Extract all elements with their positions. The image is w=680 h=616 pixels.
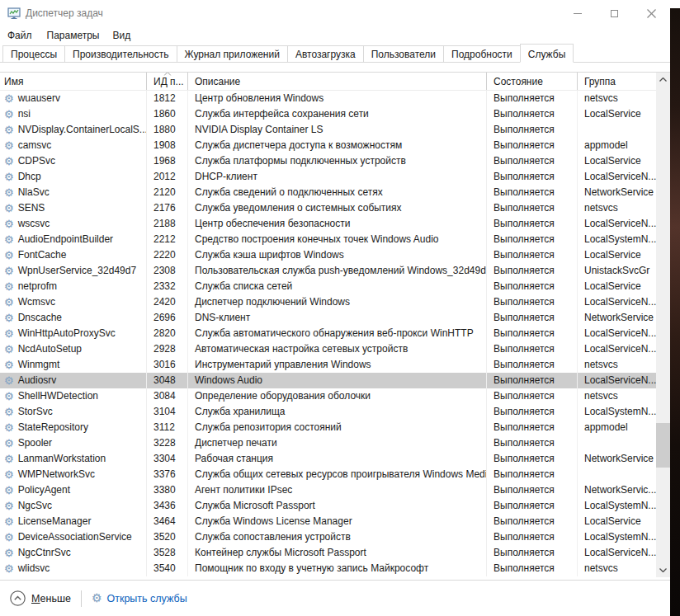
cell-name: ⚙AudioEndpointBuilder bbox=[0, 232, 147, 247]
column-header-group[interactable]: Группа bbox=[578, 73, 656, 90]
cell-group: LocalServiceN... bbox=[578, 216, 656, 232]
service-name: camsvc bbox=[18, 138, 52, 153]
minimize-button[interactable] bbox=[559, 0, 596, 26]
table-row[interactable]: ⚙NcdAutoSetup2928Автоматическая настройк… bbox=[0, 341, 656, 357]
cell-name: ⚙Spooler bbox=[0, 435, 147, 451]
table-row[interactable]: ⚙netprofm2332Служба списка сетейВыполняе… bbox=[0, 279, 656, 294]
cell-status: Выполняется bbox=[487, 247, 578, 263]
tab-app-history[interactable]: Журнал приложений bbox=[177, 45, 288, 62]
service-gear-icon: ⚙ bbox=[4, 109, 14, 120]
table-row[interactable]: ⚙ShellHWDetection3084Определение оборудо… bbox=[0, 388, 656, 404]
table-row[interactable]: ⚙Wcmsvc2420Диспетчер подключений Windows… bbox=[0, 294, 656, 310]
column-header-status[interactable]: Состояние bbox=[487, 73, 578, 90]
service-name: nsi bbox=[18, 106, 31, 122]
table-row[interactable]: ⚙CDPSvc1968Служба платформы подключенных… bbox=[0, 153, 656, 169]
cell-status: Выполняется bbox=[487, 153, 578, 169]
column-header-name[interactable]: Имя bbox=[0, 73, 147, 90]
table-row[interactable]: ⚙NgcSvc3436Служба Microsoft PassportВыпо… bbox=[0, 498, 656, 514]
chevron-up-circle-icon bbox=[10, 590, 26, 606]
cell-pid: 2928 bbox=[147, 341, 188, 357]
table-row[interactable]: ⚙WpnUserService_32d49d72308Пользовательс… bbox=[0, 263, 656, 279]
services-table: ИмяИД п...ОписаниеСостояниеГруппа ⚙wuaus… bbox=[0, 72, 670, 585]
table-row[interactable]: ⚙LicenseManager3464Служба Windows Licens… bbox=[0, 514, 656, 529]
service-name: Dnscache bbox=[18, 310, 62, 326]
table-row[interactable]: ⚙NlaSvc2120Служба сведений о подключенны… bbox=[0, 185, 656, 200]
table-row[interactable]: ⚙Dhcp2012DHCP-клиентВыполняетсяLocalServ… bbox=[0, 169, 656, 185]
cell-desc: Центр обновления Windows bbox=[188, 91, 487, 106]
table-header-row: ИмяИД п...ОписаниеСостояниеГруппа bbox=[0, 73, 670, 91]
cell-group: LocalSystemN... bbox=[578, 404, 656, 420]
menu-item-file[interactable]: Файл bbox=[7, 28, 40, 43]
cell-group: LocalService bbox=[578, 153, 656, 169]
cell-status: Выполняется bbox=[487, 279, 578, 294]
service-gear-icon: ⚙ bbox=[4, 438, 14, 449]
tab-users[interactable]: Пользователи bbox=[363, 45, 444, 62]
cell-status: Выполняется bbox=[487, 357, 578, 373]
cell-desc: Центр обеспечения безопасности bbox=[188, 216, 487, 232]
open-services-label: Открыть службы bbox=[106, 593, 187, 604]
table-row[interactable]: ⚙Winmgmt3016Инструментарий управления Wi… bbox=[0, 357, 656, 373]
table-row[interactable]: ⚙StorSvc3104Служба хранилищаВыполняетсяL… bbox=[0, 404, 656, 420]
table-row[interactable]: ⚙SENS2176Служба уведомления о системных … bbox=[0, 200, 656, 216]
column-header-desc[interactable]: Описание bbox=[188, 73, 487, 90]
screen: Диспетчер задач ФайлПараметрыВид Процесс… bbox=[0, 0, 680, 616]
table-row[interactable]: ⚙WinHttpAutoProxySvc2820Служба автоматич… bbox=[0, 326, 656, 341]
cell-name: ⚙wuauserv bbox=[0, 91, 147, 106]
tab-processes[interactable]: Процессы bbox=[2, 45, 65, 62]
service-gear-icon: ⚙ bbox=[4, 203, 14, 214]
table-row[interactable]: ⚙nsi1860Служба интерфейса сохранения сет… bbox=[0, 106, 656, 122]
table-row[interactable]: ⚙PolicyAgent3380Агент политики IPsecВыпо… bbox=[0, 482, 656, 498]
service-name: WMPNetworkSvc bbox=[18, 467, 95, 482]
open-services-link[interactable]: ⚙ Открыть службы bbox=[92, 593, 187, 604]
service-name: Wcmsvc bbox=[18, 294, 55, 310]
table-row[interactable]: ⚙wuauserv1812Центр обновления WindowsВып… bbox=[0, 91, 656, 106]
cell-group bbox=[578, 122, 656, 138]
cell-status: Выполняется bbox=[487, 91, 578, 106]
cell-pid: 3380 bbox=[147, 482, 188, 498]
cell-status: Выполняется bbox=[487, 482, 578, 498]
tab-performance[interactable]: Производительность bbox=[64, 45, 177, 62]
table-row[interactable]: ⚙LanmanWorkstation3304Рабочая станцияВып… bbox=[0, 451, 656, 467]
table-row[interactable]: ⚙Dnscache2696DNS-клиентВыполняетсяNetwor… bbox=[0, 310, 656, 326]
scroll-down-button[interactable] bbox=[656, 563, 670, 577]
table-row[interactable]: ⚙wlidsvc3540Помощник по входу в учетную … bbox=[0, 561, 656, 576]
table-row[interactable]: ⚙FontCache2220Служба кэша шрифтов Window… bbox=[0, 247, 656, 263]
cell-name: ⚙LanmanWorkstation bbox=[0, 451, 147, 467]
tab-startup[interactable]: Автозагрузка bbox=[287, 45, 364, 62]
table-row[interactable]: ⚙StateRepository3112Служба репозитория с… bbox=[0, 420, 656, 435]
cell-group: LocalServiceN... bbox=[578, 545, 656, 561]
desktop-background bbox=[670, 8, 680, 616]
maximize-button[interactable] bbox=[596, 0, 633, 26]
tab-details[interactable]: Подробности bbox=[443, 45, 521, 62]
table-row[interactable]: ⚙camsvc1908Служба диспетчера доступа к в… bbox=[0, 138, 656, 153]
column-header-pid[interactable]: ИД п... bbox=[147, 73, 188, 90]
scroll-up-button[interactable] bbox=[656, 73, 670, 87]
table-row[interactable]: ⚙NVDisplay.ContainerLocalS...1880NVIDIA … bbox=[0, 122, 656, 138]
tab-services[interactable]: Службы bbox=[520, 44, 574, 63]
table-row[interactable]: ⚙Spooler3228Диспетчер печатиВыполняется bbox=[0, 435, 656, 451]
fewer-details-button[interactable]: Меньше bbox=[10, 590, 71, 606]
cell-desc: Служба сопоставления устройств bbox=[188, 529, 487, 545]
table-row[interactable]: ⚙WMPNetworkSvc3376Служба общих сетевых р… bbox=[0, 467, 656, 482]
table-row[interactable]: ⚙NgcCtnrSvc3528Контейнер службы Microsof… bbox=[0, 545, 656, 561]
service-name: FontCache bbox=[18, 247, 67, 263]
cell-status: Выполняется bbox=[487, 138, 578, 153]
cell-status: Выполняется bbox=[487, 232, 578, 247]
menu-item-view[interactable]: Вид bbox=[106, 28, 137, 43]
cell-desc: Служба Windows License Manager bbox=[188, 514, 487, 529]
table-row[interactable]: ⚙DeviceAssociationService3520Служба сопо… bbox=[0, 529, 656, 545]
table-row[interactable]: ⚙AudioEndpointBuilder2212Средство постро… bbox=[0, 232, 656, 247]
service-name: NcdAutoSetup bbox=[18, 341, 82, 357]
cell-status: Выполняется bbox=[487, 451, 578, 467]
menu-item-options[interactable]: Параметры bbox=[40, 28, 106, 43]
close-button[interactable] bbox=[633, 0, 670, 26]
service-gear-icon: ⚙ bbox=[4, 563, 14, 574]
cell-status: Выполняется bbox=[487, 263, 578, 279]
service-name: ShellHWDetection bbox=[18, 388, 98, 404]
cell-group: netsvcs bbox=[578, 388, 656, 404]
vertical-scrollbar[interactable] bbox=[656, 73, 670, 577]
table-row[interactable]: ⚙wscsvc2188Центр обеспечения безопасност… bbox=[0, 216, 656, 232]
cell-group: LocalSystemN... bbox=[578, 529, 656, 545]
table-row[interactable]: ⚙Audiosrv3048Windows AudioВыполняетсяLoc… bbox=[0, 373, 656, 388]
scrollbar-thumb[interactable] bbox=[656, 423, 670, 468]
